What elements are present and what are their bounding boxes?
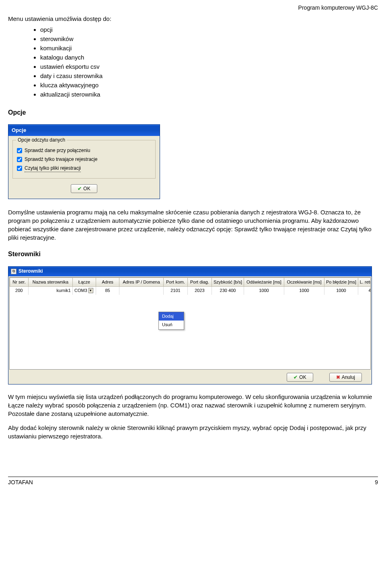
- cell-ip[interactable]: [119, 287, 164, 295]
- opcje-dialog: Opcje Opcje odczytu danych Sprawdź dane …: [8, 124, 160, 199]
- sterowniki-table-wrap: Nr ser. Nazwa sterownika Łącze Adres Adr…: [9, 277, 371, 370]
- opcje-paragraph: Domyślne ustawienia programu mają na cel…: [8, 208, 378, 242]
- checkbox-3[interactable]: [17, 166, 22, 171]
- check-icon: ✔: [78, 186, 82, 191]
- lacze-value: COM3: [74, 288, 87, 294]
- list-item: opcji: [40, 25, 378, 34]
- sterowniki-ok-button[interactable]: ✔ OK: [287, 373, 313, 382]
- col-pdiag[interactable]: Port diag.: [188, 278, 212, 286]
- check-icon: ✔: [294, 374, 298, 380]
- table-header-row: Nr ser. Nazwa sterownika Łącze Adres Adr…: [10, 278, 371, 286]
- cell-nrser[interactable]: 200: [10, 287, 29, 295]
- cell-lacze[interactable]: COM3 ▾: [73, 287, 96, 295]
- opcje-title: Opcje: [12, 127, 26, 134]
- cell-pdiag[interactable]: 2023: [188, 287, 212, 295]
- sterowniki-cancel-button[interactable]: ✖ Anuluj: [329, 373, 362, 382]
- col-lacze[interactable]: Łącze: [73, 278, 96, 286]
- list-item: komunikacji: [40, 44, 378, 52]
- ctx-add[interactable]: Dodaj: [159, 312, 184, 321]
- list-item: katalogu danych: [40, 53, 378, 62]
- cell-szyb[interactable]: 230 400: [212, 287, 244, 295]
- cell-pobl[interactable]: 1000: [324, 287, 358, 295]
- sterowniki-paragraph-1: W tym miejscu wyświetla się lista urządz…: [8, 393, 378, 418]
- context-menu: Dodaj Usuń: [158, 312, 184, 330]
- cell-odsw[interactable]: 1000: [244, 287, 284, 295]
- list-item: sterowników: [40, 35, 378, 43]
- ok-label: OK: [299, 374, 306, 380]
- checkbox-row-3[interactable]: Czytaj tylko pliki rejestracji: [17, 165, 151, 173]
- footer-right: 9: [375, 479, 378, 487]
- sterowniki-table: Nr ser. Nazwa sterownika Łącze Adres Adr…: [10, 278, 371, 295]
- list-item: aktualizacji sterownika: [40, 90, 378, 99]
- opcje-titlebar[interactable]: Opcje: [8, 125, 160, 136]
- cell-nazwa[interactable]: kurnik1: [29, 287, 73, 295]
- ctx-remove[interactable]: Usuń: [159, 321, 184, 329]
- checkbox-1[interactable]: [17, 148, 22, 153]
- intro-text: Menu ustawienia umożliwia dostęp do:: [8, 14, 378, 23]
- opcje-groupbox: Opcje odczytu danych Sprawdź dane przy p…: [12, 140, 156, 179]
- cancel-label: Anuluj: [342, 374, 355, 380]
- checkbox-2[interactable]: [17, 157, 22, 162]
- checkbox-row-1[interactable]: Sprawdź dane przy połączeniu: [17, 147, 151, 154]
- checkbox-row-2[interactable]: Sprawdź tylko trwające rejestracje: [17, 156, 151, 163]
- list-item: daty i czasu sterownika: [40, 72, 378, 80]
- cell-lretr[interactable]: 4: [358, 287, 371, 295]
- checkbox-label-3: Czytaj tylko pliki rejestracji: [25, 165, 81, 173]
- close-icon: ✖: [336, 374, 340, 380]
- footer-left: JOTAFAN: [8, 479, 33, 487]
- col-ip[interactable]: Adres IP / Domena: [119, 278, 164, 286]
- opcje-ok-button[interactable]: ✔ OK: [71, 184, 97, 193]
- col-adres[interactable]: Adres: [96, 278, 119, 286]
- col-ocz[interactable]: Oczekiwanie [ms]: [284, 278, 324, 286]
- col-nrser[interactable]: Nr ser.: [10, 278, 29, 286]
- dropdown-arrow-icon[interactable]: ▾: [88, 288, 93, 293]
- ok-label: OK: [83, 186, 90, 191]
- col-lretr[interactable]: L. retrans.: [358, 278, 371, 286]
- col-odsw[interactable]: Odświeżanie [ms]: [244, 278, 284, 286]
- table-row[interactable]: 200 kurnik1 COM3 ▾ 85 2101 2023 230 400 …: [10, 287, 371, 295]
- col-pobl[interactable]: Po błędzie [ms]: [324, 278, 358, 286]
- page-footer: JOTAFAN 9: [8, 477, 378, 487]
- col-nazwa[interactable]: Nazwa sterownika: [29, 278, 73, 286]
- sterowniki-dialog: ⧉ Sterowniki Nr ser. Nazwa sterownika Łą…: [8, 266, 372, 384]
- list-item: klucza aktywacyjnego: [40, 81, 378, 89]
- sterowniki-titlebar[interactable]: ⧉ Sterowniki: [8, 267, 372, 276]
- checkbox-label-2: Sprawdź tylko trwające rejestracje: [25, 156, 97, 163]
- col-pkom[interactable]: Port kom.: [164, 278, 188, 286]
- cell-adres[interactable]: 85: [96, 287, 119, 295]
- section-heading-sterowniki: Sterowniki: [8, 250, 378, 259]
- opcje-group-legend: Opcje odczytu danych: [16, 137, 67, 144]
- cell-ocz[interactable]: 1000: [284, 287, 324, 295]
- section-heading-opcje: Opcje: [8, 108, 378, 117]
- page-header-label: Program komputerowy WGJ-8C: [8, 4, 378, 12]
- list-item: ustawień eksportu csv: [40, 62, 378, 71]
- sterowniki-footer: ✔ OK ✖ Anuluj: [8, 370, 372, 384]
- menu-bullet-list: opcji sterowników komunikacji katalogu d…: [40, 25, 378, 99]
- col-szyb[interactable]: Szybkość [b/s]: [212, 278, 244, 286]
- checkbox-label-1: Sprawdź dane przy połączeniu: [25, 147, 90, 154]
- titlebar-app-icon: ⧉: [11, 269, 16, 274]
- cell-pkom[interactable]: 2101: [164, 287, 188, 295]
- sterowniki-title: Sterowniki: [18, 268, 43, 275]
- sterowniki-paragraph-2: Aby dodać kolejny sterownik należy w okn…: [8, 424, 378, 440]
